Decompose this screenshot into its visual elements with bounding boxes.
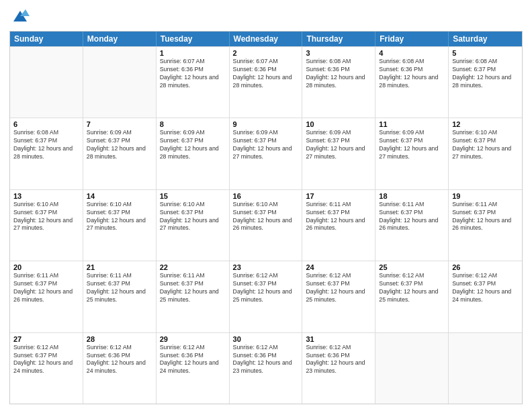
cell-day-number: 7 [87,120,152,128]
calendar-cell [375,333,449,404]
cell-info: Sunrise: 6:08 AM Sunset: 6:37 PM Dayligh… [13,129,79,161]
cell-info: Sunrise: 6:08 AM Sunset: 6:37 PM Dayligh… [452,58,519,90]
calendar-cell: 25Sunrise: 6:12 AM Sunset: 6:37 PM Dayli… [375,261,449,332]
calendar-cell: 16Sunrise: 6:10 AM Sunset: 6:37 PM Dayli… [230,190,303,261]
cell-day-number: 30 [233,335,299,343]
cell-info: Sunrise: 6:07 AM Sunset: 6:36 PM Dayligh… [160,58,226,90]
calendar-cell: 26Sunrise: 6:12 AM Sunset: 6:37 PM Dayli… [449,261,522,332]
cell-day-number: 16 [233,192,299,200]
calendar-cell: 4Sunrise: 6:08 AM Sunset: 6:36 PM Daylig… [375,47,449,118]
cell-info: Sunrise: 6:10 AM Sunset: 6:37 PM Dayligh… [160,201,226,233]
cell-day-number: 23 [233,263,299,271]
cell-info: Sunrise: 6:12 AM Sunset: 6:37 PM Dayligh… [379,272,445,304]
cell-info: Sunrise: 6:09 AM Sunset: 6:37 PM Dayligh… [233,129,299,161]
calendar-cell: 28Sunrise: 6:12 AM Sunset: 6:36 PM Dayli… [83,333,157,404]
calendar-row-4: 20Sunrise: 6:11 AM Sunset: 6:37 PM Dayli… [10,261,522,332]
calendar: SundayMondayTuesdayWednesdayThursdayFrid… [9,31,523,404]
cell-info: Sunrise: 6:09 AM Sunset: 6:37 PM Dayligh… [306,129,371,161]
cell-day-number: 31 [306,335,371,343]
calendar-cell [83,47,157,118]
cell-day-number: 5 [452,49,519,57]
calendar-cell: 7Sunrise: 6:09 AM Sunset: 6:37 PM Daylig… [83,118,157,189]
cell-info: Sunrise: 6:10 AM Sunset: 6:37 PM Dayligh… [233,201,299,233]
cell-day-number: 20 [13,263,79,271]
calendar-cell: 1Sunrise: 6:07 AM Sunset: 6:36 PM Daylig… [157,47,230,118]
cell-day-number: 17 [306,192,371,200]
cell-day-number: 26 [452,263,519,271]
calendar-cell: 3Sunrise: 6:08 AM Sunset: 6:36 PM Daylig… [302,47,375,118]
calendar-cell: 20Sunrise: 6:11 AM Sunset: 6:37 PM Dayli… [10,261,83,332]
cell-info: Sunrise: 6:12 AM Sunset: 6:37 PM Dayligh… [13,344,79,376]
cell-info: Sunrise: 6:09 AM Sunset: 6:37 PM Dayligh… [379,129,445,161]
cell-info: Sunrise: 6:12 AM Sunset: 6:36 PM Dayligh… [306,344,371,376]
header-cell-thursday: Thursday [302,32,375,46]
cell-day-number: 6 [13,120,79,128]
cell-day-number: 18 [379,192,445,200]
calendar-cell: 15Sunrise: 6:10 AM Sunset: 6:37 PM Dayli… [157,190,230,261]
page: SundayMondayTuesdayWednesdayThursdayFrid… [0,0,532,411]
cell-info: Sunrise: 6:10 AM Sunset: 6:37 PM Dayligh… [87,201,152,233]
cell-info: Sunrise: 6:12 AM Sunset: 6:37 PM Dayligh… [306,272,371,304]
cell-day-number: 2 [233,49,299,57]
cell-day-number: 25 [379,263,445,271]
cell-info: Sunrise: 6:10 AM Sunset: 6:37 PM Dayligh… [13,201,79,233]
cell-day-number: 8 [160,120,226,128]
calendar-header: SundayMondayTuesdayWednesdayThursdayFrid… [10,32,522,46]
calendar-cell: 18Sunrise: 6:11 AM Sunset: 6:37 PM Dayli… [375,190,449,261]
cell-day-number: 21 [87,263,152,271]
calendar-cell: 6Sunrise: 6:08 AM Sunset: 6:37 PM Daylig… [10,118,83,189]
cell-info: Sunrise: 6:12 AM Sunset: 6:36 PM Dayligh… [160,344,226,376]
cell-info: Sunrise: 6:11 AM Sunset: 6:37 PM Dayligh… [13,272,79,304]
calendar-cell: 12Sunrise: 6:10 AM Sunset: 6:37 PM Dayli… [449,118,522,189]
cell-info: Sunrise: 6:12 AM Sunset: 6:37 PM Dayligh… [233,272,299,304]
header-cell-wednesday: Wednesday [230,32,303,46]
calendar-cell: 19Sunrise: 6:11 AM Sunset: 6:37 PM Dayli… [449,190,522,261]
cell-info: Sunrise: 6:12 AM Sunset: 6:36 PM Dayligh… [87,344,152,376]
header [9,7,523,26]
cell-info: Sunrise: 6:11 AM Sunset: 6:37 PM Dayligh… [452,201,519,233]
calendar-row-3: 13Sunrise: 6:10 AM Sunset: 6:37 PM Dayli… [10,189,522,261]
cell-info: Sunrise: 6:11 AM Sunset: 6:37 PM Dayligh… [379,201,445,233]
cell-info: Sunrise: 6:10 AM Sunset: 6:37 PM Dayligh… [452,129,519,161]
cell-info: Sunrise: 6:11 AM Sunset: 6:37 PM Dayligh… [87,272,152,304]
cell-day-number: 19 [452,192,519,200]
cell-day-number: 14 [87,192,152,200]
cell-day-number: 24 [306,263,371,271]
calendar-cell: 30Sunrise: 6:12 AM Sunset: 6:36 PM Dayli… [230,333,303,404]
cell-day-number: 11 [379,120,445,128]
cell-day-number: 27 [13,335,79,343]
cell-day-number: 22 [160,263,226,271]
cell-info: Sunrise: 6:08 AM Sunset: 6:36 PM Dayligh… [379,58,445,90]
calendar-cell: 17Sunrise: 6:11 AM Sunset: 6:37 PM Dayli… [302,190,375,261]
header-cell-saturday: Saturday [449,32,522,46]
calendar-cell [449,333,522,404]
header-cell-monday: Monday [83,32,157,46]
calendar-cell: 29Sunrise: 6:12 AM Sunset: 6:36 PM Dayli… [157,333,230,404]
cell-info: Sunrise: 6:11 AM Sunset: 6:37 PM Dayligh… [306,201,371,233]
calendar-cell: 31Sunrise: 6:12 AM Sunset: 6:36 PM Dayli… [302,333,375,404]
cell-day-number: 3 [306,49,371,57]
logo [9,7,30,26]
calendar-row-2: 6Sunrise: 6:08 AM Sunset: 6:37 PM Daylig… [10,118,522,189]
calendar-cell: 9Sunrise: 6:09 AM Sunset: 6:37 PM Daylig… [230,118,303,189]
calendar-body: 1Sunrise: 6:07 AM Sunset: 6:36 PM Daylig… [10,46,522,404]
calendar-cell: 11Sunrise: 6:09 AM Sunset: 6:37 PM Dayli… [375,118,449,189]
calendar-cell: 23Sunrise: 6:12 AM Sunset: 6:37 PM Dayli… [230,261,303,332]
calendar-cell: 21Sunrise: 6:11 AM Sunset: 6:37 PM Dayli… [83,261,157,332]
calendar-cell [10,47,83,118]
calendar-cell: 24Sunrise: 6:12 AM Sunset: 6:37 PM Dayli… [302,261,375,332]
calendar-row-5: 27Sunrise: 6:12 AM Sunset: 6:37 PM Dayli… [10,332,522,404]
calendar-row-1: 1Sunrise: 6:07 AM Sunset: 6:36 PM Daylig… [10,46,522,118]
cell-info: Sunrise: 6:12 AM Sunset: 6:36 PM Dayligh… [233,344,299,376]
calendar-cell: 27Sunrise: 6:12 AM Sunset: 6:37 PM Dayli… [10,333,83,404]
cell-day-number: 4 [379,49,445,57]
cell-day-number: 1 [160,49,226,57]
cell-day-number: 10 [306,120,371,128]
calendar-cell: 14Sunrise: 6:10 AM Sunset: 6:37 PM Dayli… [83,190,157,261]
calendar-cell: 22Sunrise: 6:11 AM Sunset: 6:37 PM Dayli… [157,261,230,332]
cell-day-number: 15 [160,192,226,200]
cell-day-number: 9 [233,120,299,128]
cell-day-number: 28 [87,335,152,343]
calendar-cell: 5Sunrise: 6:08 AM Sunset: 6:37 PM Daylig… [449,47,522,118]
calendar-cell: 8Sunrise: 6:09 AM Sunset: 6:37 PM Daylig… [157,118,230,189]
